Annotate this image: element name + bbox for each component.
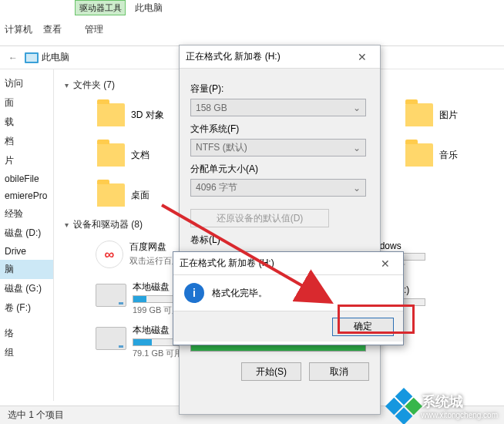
format-dialog-titlebar: 正在格式化 新加卷 (H:) ✕ xyxy=(180,45,380,69)
sidebar-item[interactable]: 访问 xyxy=(0,74,53,93)
allocation-label: 分配单元大小(A) xyxy=(190,163,369,176)
ribbon-cmd-manage[interactable]: 管理 xyxy=(85,23,103,36)
sidebar-item[interactable]: 组 xyxy=(0,343,53,362)
sidebar-item[interactable]: obileFile xyxy=(0,170,53,187)
ribbon: 驱动器工具 此电脑 计算机 查看 管理 xyxy=(0,0,504,46)
this-pc-icon xyxy=(25,52,39,63)
watermark: 系统城 www.xitongcheng.com xyxy=(391,392,499,419)
chevron-down-icon: ⌄ xyxy=(353,143,361,153)
sidebar-item[interactable] xyxy=(0,318,53,324)
close-icon[interactable]: ✕ xyxy=(374,257,397,270)
filesystem-value: NTFS (默认) xyxy=(196,141,247,154)
nav-back-icon[interactable]: ← xyxy=(5,49,22,66)
sidebar-item[interactable]: 磁盘 (G:) xyxy=(0,279,53,298)
filesystem-label: 文件系统(F) xyxy=(190,123,369,136)
format-dialog-title: 正在格式化 新加卷 (H:) xyxy=(186,50,281,63)
sidebar-item[interactable]: 载 xyxy=(0,113,53,132)
baidu-icon: ∞ xyxy=(96,241,123,268)
watermark-brand: 系统城 xyxy=(422,394,463,409)
info-icon: i xyxy=(184,283,204,303)
sidebar-item[interactable]: emierePro xyxy=(0,187,53,204)
sidebar-item[interactable]: 片 xyxy=(0,151,53,170)
watermark-url: www.xitongcheng.com xyxy=(422,411,499,419)
folder-label: 桌面 xyxy=(131,189,150,202)
ribbon-cmd-view[interactable]: 查看 xyxy=(43,23,62,36)
sidebar-item[interactable]: 磁盘 (D:) xyxy=(0,224,53,243)
sidebar-item[interactable]: 面 xyxy=(0,93,53,113)
allocation-value: 4096 字节 xyxy=(196,181,237,194)
status-text: 选中 1 个项目 xyxy=(8,409,64,422)
folder-icon xyxy=(405,103,433,126)
sidebar-item[interactable]: 脑 xyxy=(0,260,53,279)
ribbon-context-title: 此电脑 xyxy=(135,0,163,15)
ribbon-cmd-computer[interactable]: 计算机 xyxy=(5,23,32,36)
sidebar-item[interactable]: 卷 (F:) xyxy=(0,298,53,318)
volume-label-label: 卷标(L) xyxy=(190,234,369,247)
folder-item[interactable]: 图片 xyxy=(404,98,481,132)
sidebar-item[interactable]: 络 xyxy=(0,324,53,343)
folder-label: 文档 xyxy=(131,149,150,162)
start-button[interactable]: 开始(S) xyxy=(241,362,301,381)
sidebar-item[interactable]: Drive xyxy=(0,243,53,260)
folder-label: 音乐 xyxy=(439,149,458,162)
format-dialog: 正在格式化 新加卷 (H:) ✕ 容量(P): 158 GB ⌄ 文件系统(F)… xyxy=(179,45,381,415)
folder-label: 3D 对象 xyxy=(131,109,164,122)
filesystem-select[interactable]: NTFS (默认) ⌄ xyxy=(190,139,366,156)
breadcrumb-location[interactable]: 此电脑 xyxy=(42,51,69,64)
section-folders-title: 文件夹 (7) xyxy=(73,79,115,92)
sidebar-item[interactable]: 经验 xyxy=(0,204,53,224)
folder-icon xyxy=(405,143,433,167)
drive-icon xyxy=(96,284,126,307)
message-dialog-title: 正在格式化 新加卷 (H:) xyxy=(180,257,274,270)
restore-defaults-button[interactable]: 还原设备的默认值(D) xyxy=(190,209,329,227)
capacity-select[interactable]: 158 GB ⌄ xyxy=(190,99,366,116)
folder-icon xyxy=(97,183,125,207)
ribbon-context-tab[interactable]: 驱动器工具 xyxy=(75,0,126,15)
drive-icon xyxy=(96,327,126,350)
watermark-logo-icon xyxy=(385,387,422,424)
message-dialog-titlebar: 正在格式化 新加卷 (H:) ✕ xyxy=(173,252,403,275)
nav-sidebar: 访问面载档片obileFileemierePro经验磁盘 (D:)Drive脑磁… xyxy=(0,69,54,401)
capacity-label: 容量(P): xyxy=(190,82,369,96)
capacity-value: 158 GB xyxy=(196,103,227,113)
sidebar-item[interactable]: 档 xyxy=(0,132,53,151)
ok-button[interactable]: 确定 xyxy=(332,318,394,336)
message-text: 格式化完毕。 xyxy=(212,287,267,300)
chevron-down-icon: ▾ xyxy=(65,220,69,229)
folder-label: 图片 xyxy=(439,109,458,122)
section-drives-title: 设备和驱动器 (8) xyxy=(73,218,143,231)
chevron-down-icon: ▾ xyxy=(65,81,69,89)
folder-icon xyxy=(97,143,125,167)
folder-item[interactable]: 音乐 xyxy=(404,138,481,172)
folder-icon xyxy=(97,103,125,126)
message-dialog: 正在格式化 新加卷 (H:) ✕ i 格式化完毕。 确定 xyxy=(173,251,404,345)
cancel-button[interactable]: 取消 xyxy=(309,362,369,381)
chevron-down-icon: ⌄ xyxy=(353,183,361,193)
allocation-select[interactable]: 4096 字节 ⌄ xyxy=(190,179,366,197)
close-icon[interactable]: ✕ xyxy=(351,51,374,63)
chevron-down-icon: ⌄ xyxy=(353,103,361,113)
